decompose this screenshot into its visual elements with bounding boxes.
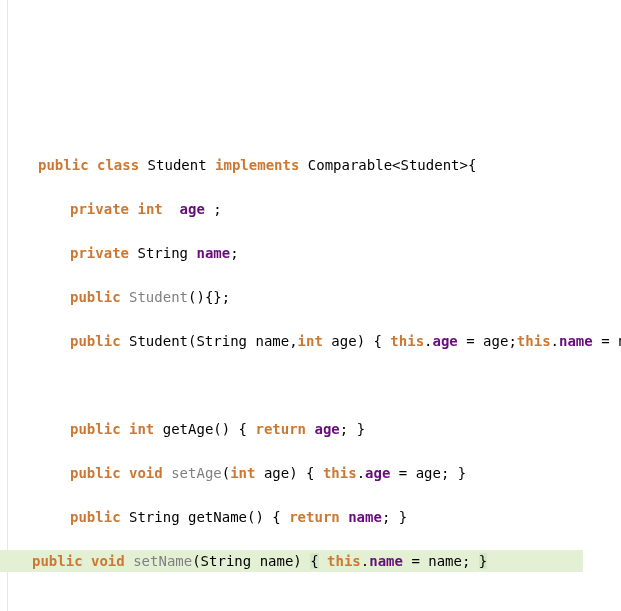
gutter xyxy=(0,0,8,611)
keyword-class: class xyxy=(97,157,139,173)
field-age: age xyxy=(180,201,205,217)
code-line: public Student(){}; xyxy=(38,286,621,308)
code-line: public String getName() { return name; } xyxy=(38,506,621,528)
code-line-highlighted: public void setName(String name) { this.… xyxy=(0,550,583,572)
code-line: public Student(String name,int age) { th… xyxy=(38,330,621,352)
class-name: Student xyxy=(148,157,207,173)
keyword-implements: implements xyxy=(215,157,299,173)
blank-line xyxy=(38,594,621,611)
code-editor[interactable]: public class Student implements Comparab… xyxy=(0,132,621,611)
field-name: name xyxy=(196,245,230,261)
code-line: public class Student implements Comparab… xyxy=(38,154,621,176)
code-line: private String name; xyxy=(38,242,621,264)
brace-match: { xyxy=(310,553,318,569)
code-line: public int getAge() { return age; } xyxy=(38,418,621,440)
brace-match: } xyxy=(479,553,487,569)
blank-line xyxy=(38,374,621,396)
keyword-public: public xyxy=(38,157,89,173)
code-line: private int age ; xyxy=(38,198,621,220)
code-line: public void setAge(int age) { this.age =… xyxy=(38,462,621,484)
